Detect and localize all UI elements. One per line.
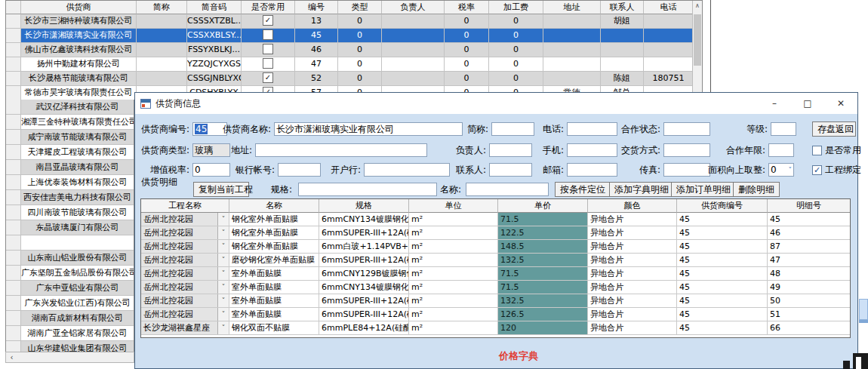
table-row[interactable]: 岳州北控花园 ˅ 室外单面贴膜 6mmCNY129B镀膜钢化 m² 71.5 异… <box>141 267 850 281</box>
address-input[interactable] <box>255 143 427 157</box>
col-header-fee[interactable]: 加工费 <box>489 1 543 14</box>
checkbox[interactable]: ✓ <box>812 165 822 175</box>
grid-vertical-scrollbar[interactable]: ∧ <box>692 1 702 99</box>
list-item[interactable]: 天津耀皮工程玻璃有限公司 <box>6 145 134 160</box>
close-button[interactable]: ✕ <box>824 93 857 114</box>
locate-by-condition-button[interactable]: 按条件定位 <box>555 182 611 197</box>
supplier-name-input[interactable]: 长沙市潇湘玻璃实业有限公司 <box>274 122 463 136</box>
col-header-no[interactable]: 编号 <box>295 1 338 14</box>
col-header-addr[interactable]: 地址 <box>543 1 601 14</box>
col-header-type[interactable]: 类型 <box>338 1 382 14</box>
project-combo-cell[interactable]: 岳州北控花园 ˅ <box>141 294 229 308</box>
list-item[interactable]: 湘潭三金特种玻璃有限责任公司 <box>6 115 134 130</box>
coop-years-input[interactable] <box>768 143 794 157</box>
col-header-abbr[interactable]: 简称 <box>137 1 187 14</box>
area-round-select[interactable]: 0˅ <box>768 163 794 177</box>
save-return-button[interactable]: 存盘返回 <box>812 121 856 137</box>
list-item[interactable]: 山东南山铝业股份有限公司 <box>6 251 134 266</box>
list-item[interactable]: 南昌亚晶玻璃有限公司 <box>6 160 134 175</box>
project-combo-cell[interactable]: 岳州北控花园 ˅ <box>141 226 229 240</box>
list-item[interactable]: 上海优泰装饰材料有限公司 <box>6 175 134 190</box>
col-header-contact[interactable]: 联系人 <box>601 1 644 14</box>
table-row[interactable]: 岳州北控花园 ˅ 钢化室外单面贴膜 6mmCNY134镀膜钢化 m² 71.5 … <box>141 213 850 226</box>
table-row[interactable]: 岳州北控花园 ˅ 钢化室外单面贴膜 6mm白玻+1.14PVB+6mm... m… <box>141 240 850 254</box>
grade-input[interactable] <box>771 122 796 136</box>
col-header-tax[interactable]: 税率 <box>445 1 489 14</box>
grid-horizontal-scrollbar[interactable]: ‹ <box>5 352 134 363</box>
project-bind-checkbox-field[interactable]: ✓ 工程绑定 <box>812 164 861 177</box>
chevron-down-icon[interactable]: ˅ <box>217 308 229 321</box>
common-checkbox[interactable]: ✓ <box>263 15 273 26</box>
col-header-project[interactable]: 工程名称 <box>141 199 229 213</box>
checkbox[interactable] <box>812 146 822 155</box>
list-item[interactable]: 山东华建铝业集团有限公司 <box>6 341 134 352</box>
add-dict-detail-button[interactable]: 添加字典明细 <box>609 182 674 197</box>
col-header-spec[interactable]: 规格 <box>319 199 409 213</box>
col-header-supplier[interactable]: 供货商 <box>21 1 137 14</box>
table-row[interactable]: 扬州中勤建材有限公司 YZZQJCYXGS 47 0 0 0 <box>6 57 702 72</box>
col-header-code[interactable]: 简音码 <box>187 1 242 14</box>
col-header-unit[interactable]: 单位 <box>409 199 498 213</box>
spec-filter-input[interactable] <box>298 183 437 196</box>
col-header-name[interactable]: 名称 <box>229 199 319 213</box>
common-checkbox[interactable] <box>263 58 273 69</box>
table-row[interactable]: 长沙龙湖祺鑫星座 ˅ 钢化双面不贴膜 6mmPLE84+12A(硅酮胶... m… <box>141 321 850 335</box>
list-item[interactable]: 广东中亚铝业有限公司 <box>6 281 134 296</box>
project-combo-cell[interactable]: 长沙龙湖祺鑫星座 ˅ <box>141 321 229 335</box>
table-row[interactable]: 长沙市潇湘玻璃实业有限公司 CSSXXBLSY... 45 0 0 0 <box>6 29 702 43</box>
scroll-up-icon[interactable]: ∧ <box>693 1 702 11</box>
common-checkbox[interactable] <box>263 29 273 40</box>
leader-input[interactable] <box>489 143 532 157</box>
list-item[interactable]: 广东兴发铝业(江西)有限公司 <box>6 296 134 311</box>
table-row[interactable]: 岳州北控花园 ˅ 磨砂钢化室外单面贴膜 6mmSUPER-III+12A(硅..… <box>141 254 850 267</box>
delete-detail-button[interactable]: 删除明细 <box>733 182 780 197</box>
col-header-price[interactable]: 单价 <box>498 199 588 213</box>
dialog-titlebar[interactable]: 供货商信息 – □ ✕ <box>135 93 857 114</box>
table-row[interactable]: 佛山市亿鑫玻璃科技有限公司 FSSYXBLKJ... 46 0 0 0 <box>6 43 702 57</box>
phone-input[interactable] <box>567 122 617 136</box>
chevron-down-icon[interactable]: ˅ <box>217 281 229 294</box>
list-item[interactable]: 湖南百成新材料有限公司 <box>6 311 134 326</box>
mobile-input[interactable] <box>567 143 617 157</box>
list-item[interactable]: 广东坚朗五金制品股份有限公司 <box>6 266 134 281</box>
list-item[interactable]: 四川南玻节能玻璃有限公司 <box>6 205 134 220</box>
list-item[interactable]: 东晶玻璃厦门有限公司 <box>6 220 134 235</box>
email-input[interactable] <box>567 163 617 177</box>
chevron-down-icon[interactable]: ˅ <box>217 267 229 280</box>
chevron-down-icon[interactable]: ˅ <box>217 226 229 239</box>
scrollbar-thumb[interactable] <box>694 14 701 66</box>
col-header-detail-no[interactable]: 明细号 <box>768 199 850 213</box>
chevron-down-icon[interactable]: ˅ <box>217 321 229 334</box>
add-order-detail-button[interactable]: 添加订单明细 <box>671 182 736 197</box>
project-combo-cell[interactable]: 岳州北控花园 ˅ <box>141 308 229 321</box>
col-header-phone[interactable]: 电话 <box>644 1 694 14</box>
project-combo-cell[interactable]: 岳州北控花园 ˅ <box>141 254 229 267</box>
chevron-down-icon[interactable]: ˅ <box>217 254 229 266</box>
chevron-down-icon[interactable]: ˅ <box>217 294 229 307</box>
table-row[interactable]: 岳州北控花园 ˅ 室外单面贴膜 6mmSUPER-III+12A(硅... m²… <box>141 294 850 308</box>
list-item[interactable]: 湖南广亚全铝家居有限公司 <box>6 326 134 341</box>
copy-project-button[interactable]: 复制当前工程 <box>193 182 249 197</box>
coop-status-input[interactable] <box>663 122 710 136</box>
list-item[interactable]: 咸宁南玻节能玻璃有限公司 <box>6 130 134 145</box>
col-header-common[interactable]: 是否常用 <box>242 1 295 14</box>
common-checkbox[interactable] <box>263 44 273 54</box>
list-item[interactable] <box>6 235 134 251</box>
chevron-down-icon[interactable]: ˅ <box>217 240 229 253</box>
delivery-input[interactable] <box>663 143 710 157</box>
list-item[interactable]: 武汉亿泽科技有限公司 <box>6 100 134 115</box>
col-header-supplier-no[interactable]: 供货商编号 <box>677 199 768 213</box>
chevron-down-icon[interactable]: ˅ <box>789 164 793 176</box>
bank-input[interactable] <box>364 163 450 177</box>
col-header-color[interactable]: 颜色 <box>588 199 677 213</box>
col-header-leader[interactable]: 负责人 <box>382 1 445 14</box>
list-item[interactable]: 西安佳吉美电力科技有限公司 <box>6 190 134 205</box>
name-filter-input[interactable] <box>466 183 549 196</box>
project-combo-cell[interactable]: 岳州北控花园 ˅ <box>141 281 229 294</box>
table-row[interactable]: 岳州北控花园 ˅ 室外单面贴膜 6mmCNY134镀膜钢化 m² 71.5 异地… <box>141 281 850 294</box>
scroll-left-icon[interactable]: ‹ <box>6 352 17 362</box>
table-row[interactable]: 长沙晟格节能玻璃有限公司 CSSGJNBLYXGS ✓ 52 0 0 0 陈姐 … <box>6 72 702 86</box>
chevron-down-icon[interactable]: ˅ <box>217 213 229 226</box>
minimize-button[interactable]: – <box>758 93 791 114</box>
table-row[interactable]: 岳州北控花园 ˅ 室外单面贴膜 6mmSUPER-III+12A(硅... m²… <box>141 308 850 321</box>
